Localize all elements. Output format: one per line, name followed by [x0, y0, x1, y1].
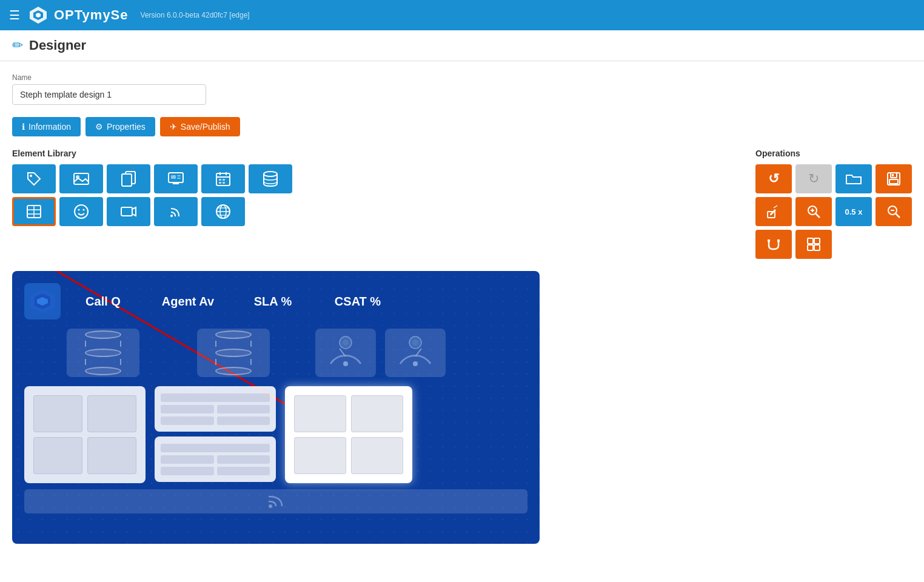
- svg-rect-12: [177, 175, 181, 176]
- lib-btn-image[interactable]: [59, 164, 103, 193]
- globe-icon: [215, 204, 231, 219]
- svg-marker-31: [132, 207, 136, 216]
- lib-btn-copy[interactable]: [107, 164, 150, 193]
- operations-title: Operations: [755, 149, 912, 158]
- canvas-header: Call Q Agent Av SLA % CSAT %: [24, 283, 527, 319]
- gauge-widget-1[interactable]: [315, 329, 376, 377]
- lib-btn-tag[interactable]: [12, 164, 56, 193]
- edit-db-button[interactable]: [755, 197, 792, 226]
- library-row-2: [12, 197, 731, 226]
- lib-btn-database[interactable]: [249, 164, 292, 193]
- folder-icon: [845, 172, 862, 186]
- monitor-icon: [167, 172, 184, 186]
- operations-grid: ↺ ↻: [755, 164, 912, 259]
- db-icon-2: [215, 330, 252, 375]
- info-icon: ℹ: [22, 122, 25, 132]
- col-header-csat: CSAT %: [321, 295, 394, 309]
- svg-point-29: [83, 209, 85, 211]
- lib-btn-video[interactable]: [107, 197, 150, 226]
- undo-button[interactable]: ↺: [755, 164, 792, 193]
- tag-icon: [25, 170, 42, 187]
- send-icon: ✈: [170, 122, 177, 132]
- svg-rect-54: [814, 238, 820, 244]
- svg-point-22: [264, 172, 277, 176]
- lib-btn-face[interactable]: [59, 197, 103, 226]
- canvas-row-1: [67, 329, 527, 377]
- name-label: Name: [12, 73, 912, 82]
- svg-rect-30: [121, 207, 132, 216]
- rss-footer-icon: [265, 493, 287, 510]
- zoom-out-button[interactable]: [875, 197, 912, 226]
- svg-point-32: [170, 215, 173, 217]
- open-folder-button[interactable]: [835, 164, 872, 193]
- gauge-widget-2[interactable]: [385, 329, 446, 377]
- grid-widget-right-highlighted[interactable]: [285, 386, 412, 483]
- edit-db-icon: [766, 204, 781, 219]
- svg-rect-56: [814, 245, 820, 250]
- face-icon: [73, 204, 89, 219]
- magnet-button[interactable]: [755, 230, 792, 259]
- lib-btn-calendar[interactable]: [201, 164, 245, 193]
- svg-rect-55: [808, 245, 813, 250]
- zoom-in-button[interactable]: [795, 197, 832, 226]
- grid-widget-middle-bottom[interactable]: [155, 436, 276, 482]
- image-icon: [73, 172, 90, 186]
- grid-view-button[interactable]: [795, 230, 832, 259]
- col-header-agent-av: Agent Av: [152, 295, 224, 309]
- canvas-logo: [24, 283, 61, 319]
- copy-icon: [121, 170, 136, 187]
- canvas-area[interactable]: Call Q Agent Av SLA % CSAT %: [12, 271, 540, 544]
- logo-icon: [27, 4, 49, 26]
- element-library-title: Element Library: [12, 149, 731, 158]
- svg-point-3: [30, 175, 32, 177]
- calendar-icon: [215, 171, 231, 187]
- svg-rect-20: [219, 182, 221, 184]
- main-content: Name ℹ Information ⚙ Properties ✈ Save/P…: [0, 61, 924, 582]
- information-button[interactable]: ℹ Information: [12, 117, 81, 136]
- hamburger-menu[interactable]: ☰: [9, 8, 20, 22]
- canvas-footer: [24, 489, 527, 513]
- page-header: ✏ Designer: [0, 30, 924, 61]
- svg-rect-21: [223, 182, 225, 184]
- grid-widget-left[interactable]: [24, 386, 146, 483]
- logo: OPTymySe: [27, 4, 129, 26]
- lib-btn-monitor[interactable]: [154, 164, 198, 193]
- svg-rect-53: [808, 238, 813, 244]
- top-section: Element Library: [12, 149, 912, 259]
- lib-btn-rss[interactable]: [154, 197, 198, 226]
- svg-point-60: [343, 361, 348, 366]
- grid-widget-middle: [155, 386, 276, 483]
- svg-point-68: [269, 504, 272, 508]
- video-icon: [120, 205, 137, 218]
- table-icon: [26, 204, 42, 219]
- db-widget-2[interactable]: [197, 329, 270, 377]
- version-text: Version 6.0.0-beta 42d0fc7 [edge]: [141, 11, 250, 19]
- lib-btn-globe[interactable]: [201, 197, 245, 226]
- svg-rect-18: [219, 179, 221, 181]
- zoom-level-button[interactable]: 0.5 x: [835, 197, 872, 226]
- properties-button[interactable]: ⚙ Properties: [85, 117, 155, 136]
- name-section: Name: [12, 73, 912, 105]
- lib-btn-table[interactable]: [12, 197, 56, 226]
- name-input[interactable]: [12, 84, 206, 105]
- canvas-row-2: [24, 386, 527, 483]
- magnet-icon: [766, 237, 781, 252]
- svg-rect-7: [122, 174, 132, 186]
- svg-point-64: [413, 361, 418, 366]
- gauge-icon-1: [324, 333, 367, 373]
- svg-rect-11: [171, 175, 176, 179]
- save-button[interactable]: [875, 164, 912, 193]
- designer-pencil-icon: ✏: [12, 38, 23, 53]
- svg-rect-40: [889, 179, 898, 184]
- db-widget-1[interactable]: [67, 329, 139, 377]
- library-row-1: [12, 164, 731, 193]
- grid-widget-middle-top[interactable]: [155, 386, 276, 432]
- redo-button[interactable]: ↻: [795, 164, 832, 193]
- operations-section: Operations ↺ ↻: [755, 149, 912, 259]
- save-publish-button[interactable]: ✈ Save/Publish: [160, 117, 240, 136]
- svg-point-28: [78, 209, 80, 211]
- page-title: Designer: [29, 38, 86, 53]
- canvas-logo-icon: [27, 286, 58, 316]
- db-icon-1: [85, 330, 121, 375]
- action-buttons: ℹ Information ⚙ Properties ✈ Save/Publis…: [12, 117, 912, 136]
